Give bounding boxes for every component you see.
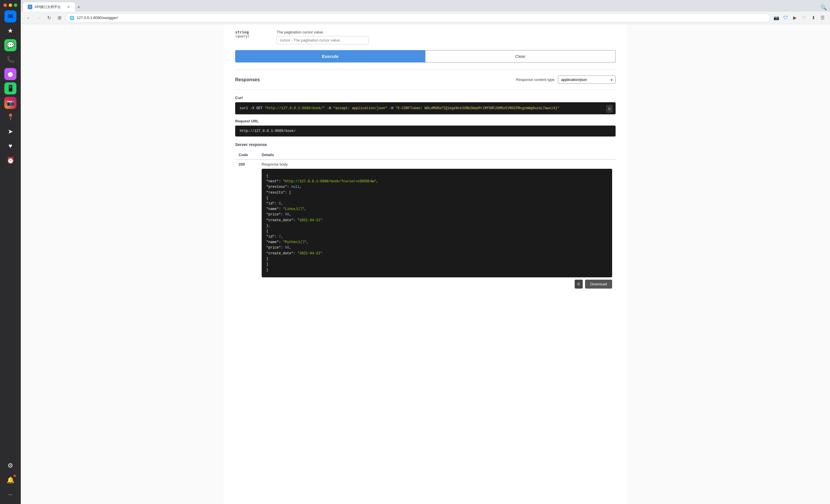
curl-code-block: curl -X GET "http://127.0.0.1:8080/book/… — [235, 102, 615, 114]
responses-header: Responses Response content type applicat… — [235, 75, 615, 84]
more-icon: ··· — [8, 492, 12, 498]
sidebar-item-star[interactable]: ★ — [4, 25, 17, 37]
clear-button[interactable]: Clear — [425, 50, 616, 63]
mail-icon: ✉ — [8, 13, 13, 20]
shield-button[interactable]: 🛡 — [781, 14, 790, 22]
server-response-title: Server response — [235, 142, 615, 147]
json-item1-close: }, — [266, 224, 270, 228]
sidebar-item-arrow[interactable]: ➤ — [4, 126, 17, 138]
search-button[interactable]: 🔍 — [820, 3, 828, 11]
json-item1-open: { — [266, 196, 268, 200]
sidebar-item-settings[interactable]: ⚙ — [4, 460, 17, 472]
curl-copy-button[interactable]: ⎘ — [606, 105, 613, 112]
swagger-container: string (query) The pagination cursor val… — [224, 24, 627, 504]
star-icon: ★ — [7, 27, 13, 35]
messenger-icon: ⬤ — [8, 71, 13, 77]
response-table: Code Details 200 Response body { "next":… — [235, 150, 615, 291]
favorite-button[interactable]: ♡ — [800, 14, 808, 22]
play-button[interactable]: ▶ — [791, 14, 799, 22]
json-open-brace: { — [266, 174, 268, 178]
tab-label: API接口文档平台 — [35, 5, 65, 9]
sidebar-item-instagram[interactable]: 📷 — [4, 97, 17, 109]
sidebar-item-messenger[interactable]: ⬤ — [4, 68, 17, 80]
param-type: string — [235, 30, 270, 34]
reload-button[interactable]: ↻ — [45, 14, 53, 22]
new-tab-button[interactable]: + — [75, 3, 83, 11]
download-button[interactable]: Download — [585, 280, 612, 289]
execute-button[interactable]: Execute — [235, 50, 425, 63]
settings-icon: ⚙ — [7, 462, 13, 469]
main-content: string (query) The pagination cursor val… — [21, 24, 830, 504]
instagram-icon: 📷 — [7, 99, 14, 107]
address-bar[interactable]: 🌐 — [66, 13, 770, 22]
json-item1-date: "create_date": "2021-04-21" — [266, 218, 322, 222]
curl-command: curl -X GET — [240, 106, 262, 110]
sidebar-item-messages[interactable]: 💬 — [4, 39, 17, 51]
arrow-icon: ➤ — [8, 128, 13, 135]
request-url-section: Request URL http://127.0.0.1:8080/book/ — [235, 119, 615, 136]
cursor-input[interactable] — [277, 36, 369, 44]
maximize-button[interactable] — [14, 3, 17, 7]
sidebar-item-clock[interactable]: ⏰ — [4, 155, 17, 166]
response-details-cell: Response body { "next": "http://127.0.0.… — [258, 160, 615, 291]
response-copy-button[interactable]: ⎘ — [575, 280, 583, 289]
sidebar-item-whatsapp[interactable]: 📱 — [4, 82, 17, 95]
sidebar-item-heart[interactable]: ♥ — [4, 140, 17, 152]
curl-section: Curl curl -X GET "http://127.0.0.1:8080/… — [235, 96, 615, 114]
close-button[interactable] — [3, 3, 7, 7]
json-item2-date: "create_date": "2021-04-21" — [266, 251, 322, 256]
sidebar-item-location[interactable]: 📍 — [4, 111, 17, 123]
toolbar-right: 📷 🛡 ▶ ♡ ⬇ ☰ — [772, 14, 827, 22]
param-section: string (query) The pagination cursor val… — [235, 30, 615, 44]
content-type-select-wrapper: application/json — [558, 75, 615, 84]
request-url-value: http://127.0.0.1:8080/book/ — [240, 129, 296, 133]
back-button[interactable]: ‹ — [24, 14, 32, 22]
response-code-cell: 200 — [235, 160, 258, 291]
messages-icon: 💬 — [7, 41, 14, 49]
sidebar-item-more[interactable]: ··· — [4, 489, 17, 501]
sidebar-item-mail[interactable]: ✉ — [4, 10, 17, 23]
responses-title: Responses — [235, 77, 260, 82]
response-content-type: Response content type application/json — [516, 75, 615, 84]
browser-window: A API接口文档平台 ✕ + 🔍 ‹ › ↻ ⊞ 🌐 📷 🛡 ▶ ♡ ⬇ ☰ — [21, 0, 830, 504]
divider-1 — [235, 69, 615, 70]
json-item1-name: "name": "Linux入门", — [266, 207, 306, 211]
json-item2-id: "id": 7, — [266, 235, 283, 239]
address-input[interactable] — [77, 15, 766, 20]
content-type-label: Response content type — [516, 77, 554, 82]
tab-close-button[interactable]: ✕ — [67, 5, 70, 9]
download-toolbar-button[interactable]: ⬇ — [809, 14, 817, 22]
json-item2-close: } — [266, 257, 268, 261]
json-results-key: "results": [ — [266, 191, 291, 195]
request-url-label: Request URL — [235, 119, 615, 123]
sidebar-item-phone[interactable]: 📞 — [4, 54, 17, 66]
grid-button[interactable]: ⊞ — [55, 14, 63, 22]
json-item2-name: "name": "Python入门", — [266, 240, 308, 244]
json-item1-id: "id": 8, — [266, 202, 283, 206]
curl-header-flags: -H — [327, 106, 333, 110]
divider-2 — [235, 90, 615, 90]
curl-accept-header: "accept: application/json" — [333, 106, 387, 110]
forward-button[interactable]: › — [35, 14, 43, 22]
param-info: string (query) — [235, 30, 270, 38]
param-detail: The pagination cursor value. — [277, 30, 369, 44]
tab-favicon-text: A — [29, 5, 31, 8]
response-body-label: Response body — [262, 162, 612, 166]
minimize-button[interactable] — [9, 3, 12, 7]
code-header: Code — [235, 150, 258, 160]
action-buttons: Execute Clear — [235, 50, 615, 63]
active-tab[interactable]: A API接口文档平台 ✕ — [23, 2, 75, 11]
content-type-select[interactable]: application/json — [558, 75, 615, 84]
menu-button[interactable]: ☰ — [819, 14, 827, 22]
json-previous-key: "previous": null, — [266, 185, 301, 189]
screenshot-button[interactable]: 📷 — [772, 14, 780, 22]
curl-csrf-header: "X-CSRFToken: WOLdMGRafIQ1egkNck3XBb2Wqd… — [395, 106, 560, 110]
json-close-brace: } — [266, 268, 268, 272]
curl-url: "http://127.0.0.1:8080/book/" — [264, 106, 325, 110]
tab-bar: A API接口文档平台 ✕ + 🔍 — [21, 0, 830, 11]
json-next-key: "next": "http://127.0.0.1:8080/book/?cur… — [266, 179, 378, 183]
tab-favicon: A — [28, 5, 32, 9]
sidebar-item-notification[interactable]: 🔔 — [4, 474, 17, 486]
json-item2-price: "price": 98, — [266, 246, 291, 250]
details-header: Details — [258, 150, 615, 160]
